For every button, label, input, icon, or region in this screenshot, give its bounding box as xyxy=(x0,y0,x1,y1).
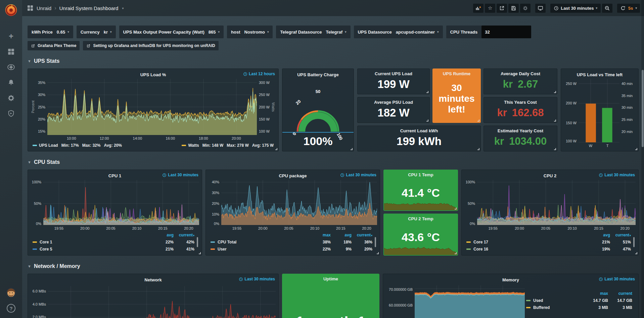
panel-current-load-kwh: Current Load kWh 199 kWh xyxy=(357,126,481,151)
share-dashboard-button[interactable] xyxy=(497,4,507,13)
series-name[interactable]: UPS Load xyxy=(39,143,58,148)
help-icon[interactable]: ? xyxy=(7,304,15,313)
refresh-icon[interactable] xyxy=(620,5,626,11)
series-name[interactable]: Core 1 xyxy=(40,240,52,244)
series-name[interactable]: Core 17 xyxy=(473,240,488,244)
panel-title[interactable]: Memory xyxy=(502,277,519,282)
breadcrumb-folder[interactable]: Unraid xyxy=(37,5,51,11)
save-dashboard-button[interactable] xyxy=(508,4,519,13)
panel-resize-handle[interactable] xyxy=(477,148,479,150)
cpu2-plot[interactable] xyxy=(477,180,636,225)
variable-value-dropdown[interactable]: Nostromo▾ xyxy=(244,30,269,35)
grafana-app: + ? xyxy=(0,0,644,318)
y-tick: 30 min xyxy=(622,105,633,109)
panel-resize-handle[interactable] xyxy=(554,148,556,150)
legend-column-avg[interactable]: avg xyxy=(153,233,174,237)
panel-resize-handle[interactable] xyxy=(455,208,457,210)
variable-value-dropdown[interactable]: kr▾ xyxy=(104,30,112,35)
dashboard-title[interactable]: Unraid System Dashboard xyxy=(59,5,119,11)
panel-title[interactable]: UPS Load % xyxy=(140,72,166,77)
legend-column-current[interactable]: current▾ xyxy=(174,233,194,237)
panel-resize-handle[interactable] xyxy=(455,252,457,254)
grafana-logo-icon[interactable] xyxy=(3,2,19,17)
panel-resize-handle[interactable] xyxy=(477,120,479,122)
explore-compass-icon[interactable] xyxy=(7,63,15,71)
link-grafana-plex-theme[interactable]: Grafana Plex Theme xyxy=(28,41,80,50)
section-network-memory[interactable]: ▼ Network / Memory xyxy=(28,263,639,269)
panel-resize-handle[interactable] xyxy=(426,91,428,93)
legend-column-avg[interactable]: avg xyxy=(331,233,352,237)
cpu1-plot[interactable] xyxy=(43,180,199,225)
legend-column-current[interactable]: current▾ xyxy=(352,233,372,237)
legend-scrollbar[interactable] xyxy=(375,237,376,247)
panel-resize-handle[interactable] xyxy=(635,252,637,254)
cpu-threads-input[interactable] xyxy=(481,26,531,38)
ups-bar-plot[interactable] xyxy=(579,79,619,142)
tv-cycle-view-button[interactable] xyxy=(535,4,546,13)
x-tick: 20:00 xyxy=(258,226,268,230)
link-ups-monitoring-guide[interactable]: Setting up Grafana and InfluxDB for UPS … xyxy=(83,41,218,50)
alerting-bell-icon[interactable] xyxy=(7,79,15,87)
create-plus-icon[interactable]: + xyxy=(7,32,15,40)
panel-resize-handle[interactable] xyxy=(199,252,201,254)
y-tick: 100% xyxy=(32,180,41,184)
panel-resize-handle[interactable] xyxy=(426,120,428,122)
panel-resize-handle[interactable] xyxy=(351,148,353,150)
panel-resize-handle[interactable] xyxy=(554,120,556,122)
user-avatar[interactable] xyxy=(5,287,17,299)
legend-column-max[interactable]: max xyxy=(310,233,331,237)
legend-column-current[interactable]: current▾ xyxy=(610,233,631,237)
panel-title[interactable]: UPS Battery Charge xyxy=(297,72,339,77)
series-name[interactable]: Watts xyxy=(188,143,199,148)
panel-title[interactable]: CPU package xyxy=(279,173,307,178)
variable-value-dropdown[interactable]: 865▾ xyxy=(209,30,220,35)
series-name[interactable]: Used xyxy=(533,298,543,303)
panel-title[interactable]: UPS Load vs Time left xyxy=(577,72,623,77)
series-name[interactable]: Core 5 xyxy=(40,247,52,252)
variable-value-dropdown[interactable]: Telegraf▾ xyxy=(326,30,346,35)
y-axis-left: 100% 50% 0% xyxy=(31,180,43,225)
dashboard-settings-gear-icon[interactable] xyxy=(520,4,531,13)
variable-value-dropdown[interactable]: apcupsd-container▾ xyxy=(396,30,439,35)
panel-title[interactable]: CPU 1 xyxy=(108,173,121,178)
panel-title[interactable]: CPU 2 xyxy=(544,173,556,178)
legend-column-avg[interactable]: avg xyxy=(589,233,610,237)
series-name[interactable]: CPU Total xyxy=(218,240,236,244)
star-dashboard-button[interactable]: ☆ xyxy=(485,4,495,13)
y-tick: 0% xyxy=(470,222,475,226)
page-scrollbar-thumb[interactable] xyxy=(642,70,644,147)
series-swatch xyxy=(33,241,37,243)
legend-scrollbar[interactable] xyxy=(197,237,198,247)
caret-down-icon[interactable]: ▾ xyxy=(122,6,124,10)
panel-resize-handle[interactable] xyxy=(275,148,277,150)
panel-time-override: Last 30 minutes xyxy=(162,173,198,177)
panel-resize-handle[interactable] xyxy=(554,91,556,93)
panel-resize-handle[interactable] xyxy=(377,252,379,254)
refresh-rate-label[interactable]: 5s xyxy=(628,6,633,11)
ups-load-plot[interactable] xyxy=(47,79,257,135)
refresh-picker[interactable]: 5s ▾ xyxy=(617,4,640,13)
zoom-out-time-button[interactable] xyxy=(602,4,612,13)
dashboards-icon[interactable] xyxy=(7,48,15,56)
series-name[interactable]: Buffered xyxy=(533,305,550,310)
panel-title[interactable]: Network xyxy=(144,277,162,282)
section-ups-stats[interactable]: ▼ UPS Stats xyxy=(28,58,639,64)
y-tick: 15% xyxy=(38,129,45,133)
add-panel-button[interactable] xyxy=(473,4,484,13)
legend-column-current[interactable]: current xyxy=(608,291,632,296)
memory-plot[interactable] xyxy=(415,285,525,318)
legend-column-max[interactable]: max xyxy=(584,291,608,296)
cpu-package-plot[interactable] xyxy=(221,180,377,225)
variable-value-dropdown[interactable]: 0.65▾ xyxy=(57,30,69,35)
server-admin-shield-icon[interactable] xyxy=(7,109,15,118)
network-plot[interactable] xyxy=(48,286,276,318)
legend-scrollbar[interactable] xyxy=(633,237,635,247)
y-tick: 150 W xyxy=(259,117,270,121)
section-cpu-stats[interactable]: ▼ CPU Stats xyxy=(28,159,639,165)
panel-time-override: Last 30 minutes xyxy=(340,173,376,177)
series-name[interactable]: User xyxy=(218,247,227,252)
time-range-picker[interactable]: Last 30 minutes ▾ xyxy=(550,4,601,13)
configuration-gear-icon[interactable] xyxy=(7,94,15,102)
panel-resize-handle[interactable] xyxy=(635,148,637,150)
series-name[interactable]: Core 16 xyxy=(473,247,488,252)
